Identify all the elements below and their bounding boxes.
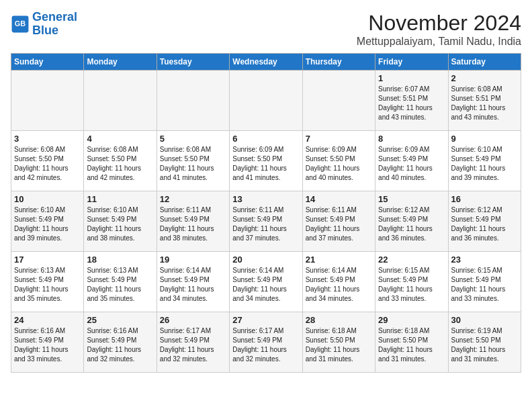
calendar-cell: 3Sunrise: 6:08 AM Sunset: 5:50 PM Daylig… xyxy=(11,131,84,191)
day-number: 1 xyxy=(378,73,445,83)
calendar-week-1: 1Sunrise: 6:07 AM Sunset: 5:51 PM Daylig… xyxy=(11,71,521,131)
day-number: 7 xyxy=(306,134,372,144)
day-number: 20 xyxy=(232,255,299,265)
calendar-cell: 24Sunrise: 6:16 AM Sunset: 5:49 PM Dayli… xyxy=(11,312,84,373)
day-number: 13 xyxy=(232,194,299,204)
day-detail: Sunrise: 6:09 AM Sunset: 5:49 PM Dayligh… xyxy=(378,145,445,183)
day-number: 8 xyxy=(378,134,445,144)
day-detail: Sunrise: 6:10 AM Sunset: 5:49 PM Dayligh… xyxy=(451,145,518,183)
day-number: 24 xyxy=(14,315,81,325)
calendar-cell xyxy=(84,71,157,131)
day-number: 10 xyxy=(14,194,81,204)
day-number: 30 xyxy=(451,315,518,325)
day-detail: Sunrise: 6:17 AM Sunset: 5:49 PM Dayligh… xyxy=(232,326,299,364)
day-number: 28 xyxy=(306,315,372,325)
day-detail: Sunrise: 6:18 AM Sunset: 5:50 PM Dayligh… xyxy=(306,326,372,364)
day-detail: Sunrise: 6:10 AM Sunset: 5:49 PM Dayligh… xyxy=(14,205,81,243)
day-detail: Sunrise: 6:10 AM Sunset: 5:49 PM Dayligh… xyxy=(87,205,153,243)
calendar-cell: 13Sunrise: 6:11 AM Sunset: 5:49 PM Dayli… xyxy=(230,191,302,252)
day-detail: Sunrise: 6:15 AM Sunset: 5:49 PM Dayligh… xyxy=(378,266,445,304)
calendar-week-3: 10Sunrise: 6:10 AM Sunset: 5:49 PM Dayli… xyxy=(11,191,521,252)
day-number: 6 xyxy=(232,134,299,144)
calendar-cell: 19Sunrise: 6:14 AM Sunset: 5:49 PM Dayli… xyxy=(157,252,229,312)
header-row: Sunday Monday Tuesday Wednesday Thursday… xyxy=(11,54,521,71)
calendar-cell: 17Sunrise: 6:13 AM Sunset: 5:49 PM Dayli… xyxy=(11,252,84,312)
calendar-week-2: 3Sunrise: 6:08 AM Sunset: 5:50 PM Daylig… xyxy=(11,131,521,191)
calendar-cell: 11Sunrise: 6:10 AM Sunset: 5:49 PM Dayli… xyxy=(84,191,157,252)
day-number: 2 xyxy=(451,73,518,83)
calendar-cell: 15Sunrise: 6:12 AM Sunset: 5:49 PM Dayli… xyxy=(375,191,448,252)
calendar-cell: 21Sunrise: 6:14 AM Sunset: 5:49 PM Dayli… xyxy=(302,252,375,312)
day-detail: Sunrise: 6:11 AM Sunset: 5:49 PM Dayligh… xyxy=(160,205,226,243)
day-detail: Sunrise: 6:14 AM Sunset: 5:49 PM Dayligh… xyxy=(232,266,299,304)
calendar-cell: 29Sunrise: 6:18 AM Sunset: 5:50 PM Dayli… xyxy=(375,312,448,373)
day-number: 12 xyxy=(160,194,226,204)
header-thursday: Thursday xyxy=(302,54,375,71)
day-detail: Sunrise: 6:18 AM Sunset: 5:50 PM Dayligh… xyxy=(378,326,445,364)
calendar-cell: 23Sunrise: 6:15 AM Sunset: 5:49 PM Dayli… xyxy=(448,252,521,312)
day-number: 15 xyxy=(378,194,445,204)
calendar-cell: 30Sunrise: 6:19 AM Sunset: 5:50 PM Dayli… xyxy=(448,312,521,373)
header-sunday: Sunday xyxy=(11,54,84,71)
header-tuesday: Tuesday xyxy=(157,54,229,71)
header-friday: Friday xyxy=(375,54,448,71)
logo: GB General Blue xyxy=(11,11,77,38)
day-number: 11 xyxy=(87,194,153,204)
day-number: 22 xyxy=(378,255,445,265)
day-detail: Sunrise: 6:19 AM Sunset: 5:50 PM Dayligh… xyxy=(451,326,518,364)
day-detail: Sunrise: 6:08 AM Sunset: 5:50 PM Dayligh… xyxy=(87,145,153,183)
calendar-cell: 12Sunrise: 6:11 AM Sunset: 5:49 PM Dayli… xyxy=(157,191,229,252)
day-number: 14 xyxy=(306,194,372,204)
logo-icon: GB xyxy=(11,15,30,34)
location-title: Mettuppalaiyam, Tamil Nadu, India xyxy=(357,36,521,48)
calendar-cell xyxy=(230,71,302,131)
calendar-cell: 6Sunrise: 6:09 AM Sunset: 5:50 PM Daylig… xyxy=(230,131,302,191)
calendar-cell xyxy=(11,71,84,131)
day-detail: Sunrise: 6:07 AM Sunset: 5:51 PM Dayligh… xyxy=(378,85,445,122)
calendar-cell: 26Sunrise: 6:17 AM Sunset: 5:49 PM Dayli… xyxy=(157,312,229,373)
day-detail: Sunrise: 6:11 AM Sunset: 5:49 PM Dayligh… xyxy=(306,205,372,243)
day-number: 19 xyxy=(160,255,226,265)
calendar-week-5: 24Sunrise: 6:16 AM Sunset: 5:49 PM Dayli… xyxy=(11,312,521,373)
calendar-cell: 10Sunrise: 6:10 AM Sunset: 5:49 PM Dayli… xyxy=(11,191,84,252)
day-detail: Sunrise: 6:16 AM Sunset: 5:49 PM Dayligh… xyxy=(14,326,81,364)
logo-text-line1: General xyxy=(32,11,77,24)
calendar-cell: 5Sunrise: 6:08 AM Sunset: 5:50 PM Daylig… xyxy=(157,131,229,191)
day-detail: Sunrise: 6:12 AM Sunset: 5:49 PM Dayligh… xyxy=(451,205,518,243)
day-number: 5 xyxy=(160,134,226,144)
day-number: 4 xyxy=(87,134,153,144)
calendar-cell: 1Sunrise: 6:07 AM Sunset: 5:51 PM Daylig… xyxy=(375,71,448,131)
header-saturday: Saturday xyxy=(448,54,521,71)
calendar-cell: 8Sunrise: 6:09 AM Sunset: 5:49 PM Daylig… xyxy=(375,131,448,191)
day-detail: Sunrise: 6:09 AM Sunset: 5:50 PM Dayligh… xyxy=(306,145,372,183)
day-detail: Sunrise: 6:12 AM Sunset: 5:49 PM Dayligh… xyxy=(378,205,445,243)
calendar-table: Sunday Monday Tuesday Wednesday Thursday… xyxy=(11,53,521,373)
day-number: 16 xyxy=(451,194,518,204)
day-detail: Sunrise: 6:09 AM Sunset: 5:50 PM Dayligh… xyxy=(232,145,299,183)
day-detail: Sunrise: 6:14 AM Sunset: 5:49 PM Dayligh… xyxy=(306,266,372,304)
calendar-cell xyxy=(302,71,375,131)
day-number: 3 xyxy=(14,134,81,144)
day-number: 26 xyxy=(160,315,226,325)
day-detail: Sunrise: 6:13 AM Sunset: 5:49 PM Dayligh… xyxy=(87,266,153,304)
day-number: 17 xyxy=(14,255,81,265)
calendar-cell xyxy=(157,71,229,131)
calendar-cell: 9Sunrise: 6:10 AM Sunset: 5:49 PM Daylig… xyxy=(448,131,521,191)
calendar-week-4: 17Sunrise: 6:13 AM Sunset: 5:49 PM Dayli… xyxy=(11,252,521,312)
day-detail: Sunrise: 6:16 AM Sunset: 5:49 PM Dayligh… xyxy=(87,326,153,364)
day-detail: Sunrise: 6:17 AM Sunset: 5:49 PM Dayligh… xyxy=(160,326,226,364)
svg-text:GB: GB xyxy=(15,19,26,28)
calendar-cell: 28Sunrise: 6:18 AM Sunset: 5:50 PM Dayli… xyxy=(302,312,375,373)
day-detail: Sunrise: 6:14 AM Sunset: 5:49 PM Dayligh… xyxy=(160,266,226,304)
day-number: 27 xyxy=(232,315,299,325)
logo-text-line2: Blue xyxy=(32,24,77,38)
day-detail: Sunrise: 6:11 AM Sunset: 5:49 PM Dayligh… xyxy=(232,205,299,243)
title-block: November 2024 Mettuppalaiyam, Tamil Nadu… xyxy=(357,11,521,48)
day-detail: Sunrise: 6:08 AM Sunset: 5:50 PM Dayligh… xyxy=(14,145,81,183)
day-detail: Sunrise: 6:13 AM Sunset: 5:49 PM Dayligh… xyxy=(14,266,81,304)
calendar-cell: 25Sunrise: 6:16 AM Sunset: 5:49 PM Dayli… xyxy=(84,312,157,373)
header-wednesday: Wednesday xyxy=(230,54,302,71)
calendar-cell: 16Sunrise: 6:12 AM Sunset: 5:49 PM Dayli… xyxy=(448,191,521,252)
day-detail: Sunrise: 6:08 AM Sunset: 5:50 PM Dayligh… xyxy=(160,145,226,183)
page-header: GB General Blue November 2024 Mettuppala… xyxy=(11,11,521,48)
